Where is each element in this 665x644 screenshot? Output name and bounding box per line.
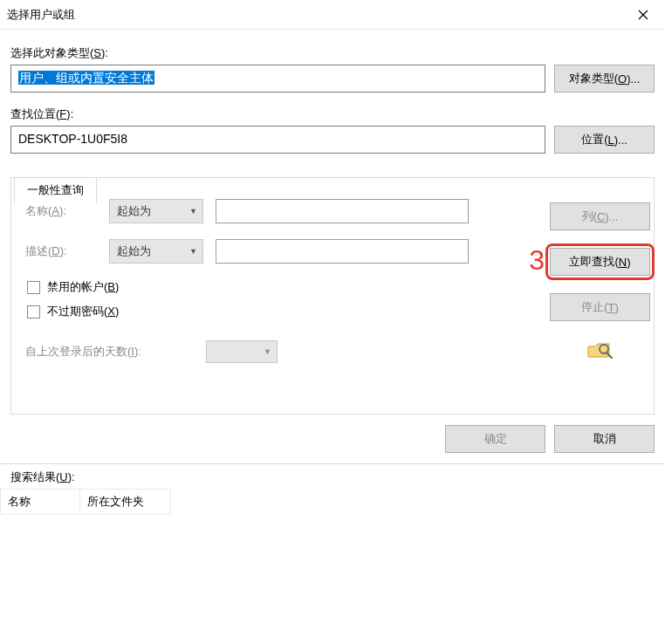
chevron-down-icon: ▼ [189,247,197,256]
find-now-button[interactable]: 立即查找(N) [550,248,650,276]
description-input[interactable] [216,239,469,264]
stop-button[interactable]: 停止(T) [550,293,650,321]
annotation-marker: 3 [529,244,545,277]
disabled-accounts-checkbox[interactable] [27,281,40,294]
object-type-label: 选择此对象类型(S): [10,45,655,61]
days-combo[interactable]: ▼ [206,340,278,363]
name-input[interactable] [216,199,469,223]
search-folder-icon[interactable] [586,339,614,360]
window-title: 选择用户或组 [7,7,75,23]
ok-button[interactable]: 确定 [445,425,545,453]
chevron-down-icon: ▼ [189,207,197,216]
titlebar: 选择用户或组 [0,0,665,30]
dialog-content: 选择此对象类型(S): 用户、组或内置安全主体 对象类型(O)... 查找位置(… [0,30,665,414]
locations-button[interactable]: 位置(L)... [554,126,655,154]
never-expire-checkbox[interactable] [27,305,40,319]
results-header: 名称 所在文件夹 [0,489,665,516]
bottom-button-bar: 确定 取消 [0,414,665,464]
disabled-accounts-label: 禁用的帐户(B) [47,279,119,295]
side-buttons: 列(C)... 立即查找(N) 停止(T) [545,202,655,360]
close-icon [638,10,648,20]
never-expire-label: 不过期密码(X) [47,304,119,319]
object-type-field[interactable]: 用户、组或内置安全主体 [10,65,545,92]
location-label: 查找位置(F): [10,106,655,122]
cancel-button[interactable]: 取消 [554,425,655,453]
name-match-combo[interactable]: 起始为 ▼ [109,199,203,223]
column-name[interactable]: 名称 [0,489,80,515]
columns-button[interactable]: 列(C)... [550,202,650,230]
find-now-highlight: 立即查找(N) [545,243,655,280]
name-label: 名称(A): [25,203,97,219]
days-since-login-label: 自上次登录后的天数(I): [25,344,141,360]
column-folder[interactable]: 所在文件夹 [80,489,171,515]
location-field[interactable]: DESKTOP-1U0F5I8 [10,126,545,154]
search-results-label: 搜索结果(U): [0,464,665,489]
close-button[interactable] [623,1,663,29]
tab-general-query[interactable]: 一般性查询 [14,177,97,203]
chevron-down-icon: ▼ [264,347,271,356]
object-types-button[interactable]: 对象类型(O)... [554,65,655,92]
description-label: 描述(D): [25,243,97,259]
description-match-combo[interactable]: 起始为 ▼ [109,239,203,264]
